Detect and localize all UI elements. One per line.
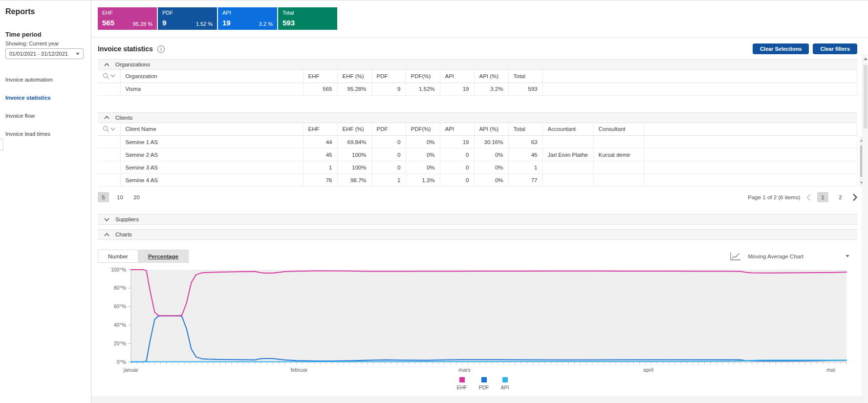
- svg-text:mai: mai: [826, 367, 835, 373]
- client-cell-name: Semine 3 AS: [120, 161, 303, 174]
- toggle-number[interactable]: Number: [98, 250, 138, 263]
- chevron-down-icon: [110, 74, 115, 78]
- section-header-charts[interactable]: Charts: [98, 229, 857, 240]
- chevron-right-icon[interactable]: [852, 193, 857, 201]
- page-button-1[interactable]: 1: [817, 192, 828, 202]
- org-cell-api-pct: 3.2%: [474, 83, 508, 95]
- card-value: 593: [282, 19, 295, 27]
- legend-item-pdf[interactable]: PDF: [479, 377, 489, 390]
- page-size-20[interactable]: 20: [131, 192, 142, 202]
- search-icon: [103, 126, 109, 132]
- legend-label: PDF: [479, 384, 489, 390]
- sidebar: Reports Time period Showing: Current yea…: [0, 0, 91, 403]
- clients-col-pdf[interactable]: PDF: [371, 123, 406, 136]
- main-content: EHF 565 95.28 % PDF 9 1.52 % API 19 3.2 …: [91, 0, 868, 403]
- search-icon: [103, 73, 109, 80]
- page-title-text: Invoice statistics: [98, 45, 153, 53]
- table-row[interactable]: Semine 3 AS 1 100% 0 0% 0 0% 1: [98, 161, 857, 174]
- org-col-pdf[interactable]: PDF: [371, 70, 406, 83]
- clients-pagination: 5 10 20 Page 1 of 2 (6 items) 1 2: [98, 192, 857, 202]
- svg-text:februar: februar: [291, 367, 308, 373]
- page-button-2[interactable]: 2: [835, 192, 846, 202]
- table-row[interactable]: Visma 565 95.28% 9 1.52% 19 3.2% 593: [98, 83, 857, 95]
- chevron-left-icon[interactable]: [806, 194, 811, 201]
- card-percent: 1.52 %: [196, 21, 213, 27]
- table-row[interactable]: Semine 1 AS 44 69.84% 0 0% 19 30.16% 63: [98, 136, 857, 148]
- clients-table-wrap: Client Name EHF EHF (%) PDF PDF(%) API A…: [98, 123, 857, 187]
- org-filter-cell[interactable]: [98, 70, 120, 83]
- toggle-percentage[interactable]: Percentage: [138, 250, 189, 263]
- legend-swatch-pdf: [481, 377, 487, 382]
- table-row[interactable]: Semine 2 AS 45 100% 0 0% 0 0% 45 Jarl Ei…: [98, 148, 857, 161]
- info-icon[interactable]: i: [157, 45, 165, 53]
- org-col-ehf-pct[interactable]: EHF (%): [337, 70, 371, 83]
- org-col-pdf-pct[interactable]: PDF(%): [406, 70, 440, 83]
- svg-text:mars: mars: [458, 367, 471, 373]
- org-cell-ehf: 565: [303, 83, 337, 95]
- org-col-api[interactable]: API: [440, 70, 474, 83]
- chart-canvas[interactable]: 0°%20°%40°%60°%80°%100°%januarfebruarmar…: [98, 266, 855, 374]
- org-col-filler: [542, 70, 857, 83]
- horizontal-scrollbar[interactable]: [91, 397, 862, 403]
- clients-col-name[interactable]: Client Name: [120, 123, 303, 136]
- summary-card-ehf[interactable]: EHF 565 95.28 %: [98, 7, 157, 30]
- org-col-ehf[interactable]: EHF: [303, 70, 337, 83]
- clients-col-consultant[interactable]: Consultant: [593, 123, 644, 136]
- scrollbar-thumb[interactable]: [864, 65, 868, 128]
- page-title-reports: Reports: [5, 7, 86, 16]
- client-cell-name: Semine 4 AS: [120, 174, 303, 187]
- panel-collapse-handle[interactable]: [0, 139, 3, 150]
- chart-type-label: Moving Average Chart: [748, 254, 803, 259]
- sidebar-item-invoice-flow[interactable]: Invoice flow: [5, 113, 86, 119]
- caret-down-icon: [846, 255, 849, 257]
- card-label: Total: [282, 10, 333, 16]
- date-range-value: 01/01/2021 - 31/12/2021: [9, 51, 68, 57]
- legend-label: EHF: [457, 384, 467, 390]
- clients-col-total[interactable]: Total: [508, 123, 542, 136]
- org-cell-name: Visma: [120, 83, 303, 95]
- page-size-10[interactable]: 10: [114, 192, 126, 202]
- org-col-organization[interactable]: Organization: [120, 70, 303, 83]
- summary-card-total[interactable]: Total 593: [278, 7, 337, 30]
- clients-filter-cell[interactable]: [98, 123, 120, 136]
- sidebar-item-invoice-statistics[interactable]: Invoice statistics: [5, 95, 86, 101]
- chart-type-select[interactable]: Moving Average Chart: [730, 252, 849, 260]
- card-label: PDF: [162, 10, 213, 16]
- date-range-select[interactable]: 01/01/2021 - 31/12/2021: [5, 48, 84, 59]
- clients-col-api-pct[interactable]: API (%): [474, 123, 508, 136]
- card-label: API: [222, 10, 273, 16]
- sidebar-item-invoice-lead-times[interactable]: Invoice lead times: [5, 131, 86, 137]
- table-row[interactable]: Semine 4 AS 76 98.7% 1 1.3% 0 0% 77: [98, 174, 857, 187]
- legend-label: API: [501, 384, 509, 390]
- card-percent: 3.2 %: [259, 21, 273, 27]
- scroll-up-icon[interactable]: [864, 58, 868, 60]
- section-header-suppliers[interactable]: Suppliers: [98, 214, 857, 225]
- clear-filters-button[interactable]: Clear filters: [813, 43, 857, 54]
- svg-text:april: april: [643, 367, 653, 373]
- chevron-up-icon: [104, 233, 109, 236]
- summary-card-api[interactable]: API 19 3.2 %: [218, 7, 277, 30]
- clients-col-ehf[interactable]: EHF: [303, 123, 337, 136]
- legend-item-ehf[interactable]: EHF: [457, 377, 467, 390]
- clients-col-api[interactable]: API: [440, 123, 474, 136]
- clear-selections-button[interactable]: Clear Selections: [753, 43, 809, 54]
- org-col-total[interactable]: Total: [508, 70, 542, 83]
- page-size-5[interactable]: 5: [98, 192, 109, 202]
- clients-col-pdf-pct[interactable]: PDF(%): [406, 123, 440, 136]
- org-col-api-pct[interactable]: API (%): [474, 70, 508, 83]
- svg-text:100°%: 100°%: [111, 267, 126, 273]
- card-value: 565: [102, 19, 114, 27]
- clients-col-ehf-pct[interactable]: EHF (%): [337, 123, 371, 136]
- page-scrollbar[interactable]: [862, 54, 868, 403]
- summary-card-pdf[interactable]: PDF 9 1.52 %: [158, 7, 217, 30]
- clients-col-accountant[interactable]: Accountant: [542, 123, 593, 136]
- app-root: Reports Time period Showing: Current yea…: [0, 0, 868, 403]
- section-header-clients[interactable]: Clients: [98, 112, 857, 123]
- section-header-organizations[interactable]: Organizations: [98, 59, 857, 70]
- caret-down-icon: [76, 53, 80, 55]
- org-cell-ehf-pct: 95.28%: [337, 83, 371, 95]
- sidebar-item-invoice-automation[interactable]: Invoice automation: [5, 77, 86, 83]
- legend-swatch-api: [502, 377, 508, 382]
- legend-item-api[interactable]: API: [501, 377, 509, 390]
- section-label: Organizations: [115, 62, 150, 67]
